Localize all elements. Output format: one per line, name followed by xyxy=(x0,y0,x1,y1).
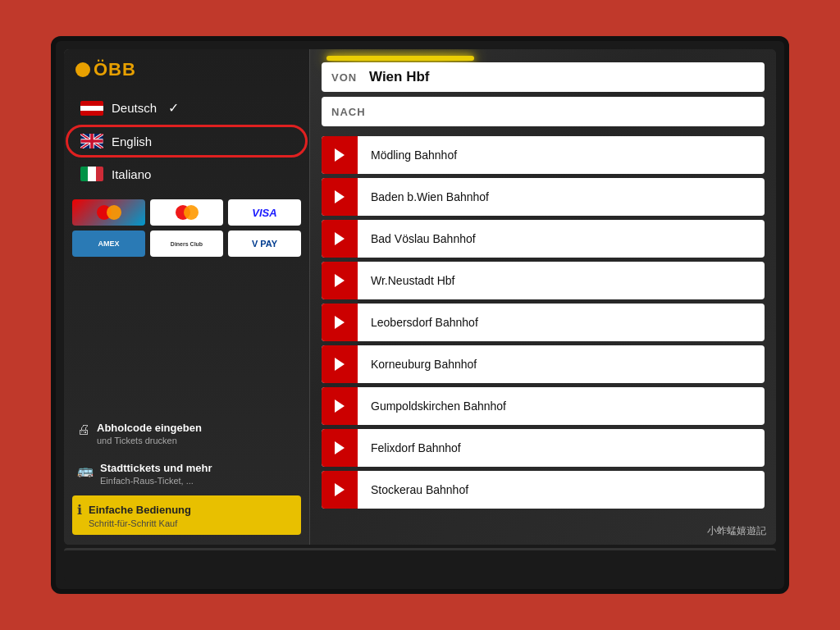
obb-text: ÖBB xyxy=(94,59,136,80)
deutsch-checkmark: ✓ xyxy=(168,100,179,116)
nach-field[interactable]: NACH xyxy=(322,97,765,126)
station-name: Mödling Bahnhof xyxy=(358,148,470,162)
svg-marker-9 xyxy=(335,483,345,496)
einfache-menu-item[interactable]: ℹ Einfache Bedienung Schritt-für-Schritt… xyxy=(72,495,301,535)
language-english[interactable]: English xyxy=(72,127,301,155)
station-name: Korneuburg Bahnhof xyxy=(358,358,490,371)
amex-card: AMEX xyxy=(72,231,145,257)
bottom-bar xyxy=(64,548,776,581)
diners-card: Diners Club xyxy=(150,231,223,257)
visa-card: VISA xyxy=(228,199,301,226)
arrow-right-icon xyxy=(331,356,348,372)
station-name: Baden b.Wien Bahnhof xyxy=(358,190,502,203)
svg-marker-6 xyxy=(335,358,345,371)
svg-marker-4 xyxy=(335,274,345,287)
info-icon: ℹ xyxy=(77,502,82,518)
stadttickets-sub: Einfach-Raus-Ticket, ... xyxy=(100,476,212,486)
deutsch-label: Deutsch xyxy=(112,101,157,115)
vpay-card: V PAY xyxy=(228,231,301,257)
stadttickets-title: Stadttickets und mehr xyxy=(100,462,212,474)
abholcode-menu-item[interactable]: 🖨 Abholcode eingeben und Tickets drucken xyxy=(72,415,301,452)
arrow-right-icon xyxy=(331,189,348,205)
station-list: Mödling Bahnhof Baden b.Wien Bahnhof Bad… xyxy=(322,136,765,509)
arrow-right-icon xyxy=(331,231,348,247)
station-name: Leobersdorf Bahnhof xyxy=(358,316,491,329)
language-deutsch[interactable]: Deutsch ✓ xyxy=(72,94,301,122)
obb-circle xyxy=(75,62,90,77)
logo-row: ÖBB xyxy=(72,59,301,80)
station-row[interactable]: Gumpoldskirchen Bahnhof xyxy=(322,387,765,425)
einfache-sub: Schritt-für-Schritt Kauf xyxy=(89,518,191,528)
arrow-right-icon xyxy=(331,398,348,414)
svg-marker-8 xyxy=(335,441,345,454)
station-name: Bad Vöslau Bahnhof xyxy=(358,232,489,245)
von-label: VON xyxy=(331,71,369,84)
station-name: Gumpoldskirchen Bahnhof xyxy=(358,399,519,413)
station-name: Felixdorf Bahnhof xyxy=(358,441,474,454)
station-arrow-btn[interactable] xyxy=(322,178,358,216)
station-arrow-btn[interactable] xyxy=(322,387,358,425)
language-italiano[interactable]: Italiano xyxy=(72,160,301,188)
svg-marker-1 xyxy=(335,148,345,162)
nach-label: NACH xyxy=(331,106,369,118)
station-row[interactable]: Bad Vöslau Bahnhof xyxy=(322,220,765,258)
svg-marker-5 xyxy=(335,316,345,329)
von-field[interactable]: VON Wien Hbf xyxy=(322,62,765,92)
station-arrow-btn[interactable] xyxy=(322,471,358,509)
station-arrow-btn[interactable] xyxy=(322,136,358,174)
watermark: 小蚱蜢嬉遊記 xyxy=(707,524,766,538)
station-name: Stockerau Bahnhof xyxy=(358,483,482,496)
arrow-right-icon xyxy=(331,440,348,456)
station-name: Wr.Neustadt Hbf xyxy=(358,274,468,287)
maestro-card xyxy=(72,199,145,226)
screen: ÖBB Deutsch ✓ English xyxy=(64,49,776,545)
uk-flag-icon xyxy=(80,134,103,148)
arrow-right-icon xyxy=(331,147,348,163)
station-row[interactable]: Leobersdorf Bahnhof xyxy=(322,304,765,341)
english-label: English xyxy=(112,135,152,148)
station-row[interactable]: Wr.Neustadt Hbf xyxy=(322,262,765,299)
station-row[interactable]: Stockerau Bahnhof xyxy=(322,471,765,509)
station-row[interactable]: Korneuburg Bahnhof xyxy=(322,345,765,383)
station-arrow-btn[interactable] xyxy=(322,429,358,467)
station-arrow-btn[interactable] xyxy=(322,345,358,383)
abholcode-title: Abholcode eingeben xyxy=(97,422,202,434)
arrow-right-icon xyxy=(331,272,348,289)
station-arrow-btn[interactable] xyxy=(322,220,358,258)
left-panel: ÖBB Deutsch ✓ English xyxy=(64,49,310,545)
station-row[interactable]: Mödling Bahnhof xyxy=(322,136,765,174)
payment-methods: VISA AMEX Diners Club V PAY xyxy=(72,199,301,257)
bus-icon: 🚌 xyxy=(77,463,94,478)
arrow-right-icon xyxy=(331,482,348,498)
svg-marker-7 xyxy=(335,399,345,413)
svg-marker-2 xyxy=(335,190,345,203)
svg-marker-3 xyxy=(335,232,345,245)
austria-flag-icon xyxy=(80,101,103,116)
italiano-label: Italiano xyxy=(112,167,151,181)
station-row[interactable]: Felixdorf Bahnhof xyxy=(322,429,765,467)
obb-logo: ÖBB xyxy=(75,59,136,80)
mastercard-card xyxy=(150,199,223,226)
italy-flag-icon xyxy=(80,167,103,181)
station-arrow-btn[interactable] xyxy=(322,262,358,299)
stadttickets-menu-item[interactable]: 🚌 Stadttickets und mehr Einfach-Raus-Tic… xyxy=(72,455,301,492)
station-fields: VON Wien Hbf NACH xyxy=(322,62,765,126)
abholcode-sub: und Tickets drucken xyxy=(97,436,202,445)
right-panel: VON Wien Hbf NACH Mödling Bahnhof xyxy=(310,49,776,545)
von-value: Wien Hbf xyxy=(369,69,430,85)
ticket-machine-frame: ÖBB Deutsch ✓ English xyxy=(51,36,789,594)
einfache-title: Einfache Bedienung xyxy=(89,504,191,516)
station-row[interactable]: Baden b.Wien Bahnhof xyxy=(322,178,765,216)
printer-icon: 🖨 xyxy=(77,422,90,437)
arrow-right-icon xyxy=(331,314,348,331)
station-arrow-btn[interactable] xyxy=(322,304,358,341)
